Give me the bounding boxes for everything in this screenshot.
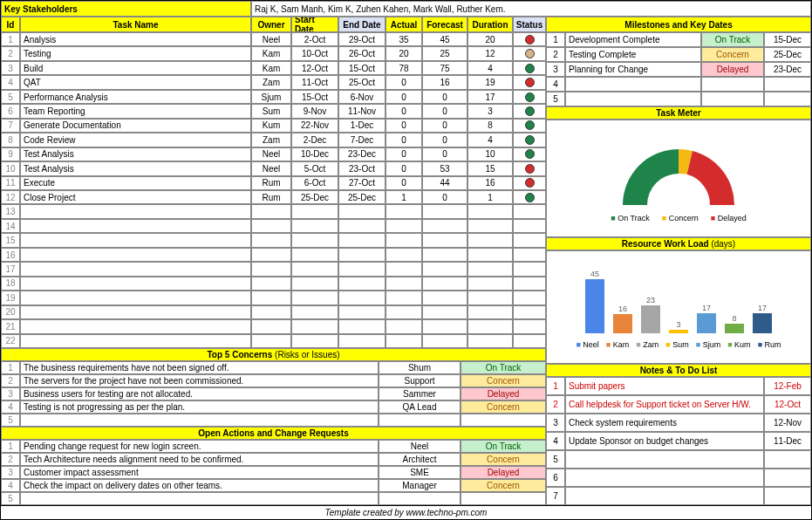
footer-credit: Template created by www.techno-pm.com xyxy=(1,505,811,519)
status-dot xyxy=(513,32,546,46)
col-end: End Date xyxy=(338,17,386,32)
task-row: 8Code ReviewZam2-Dec7-Dec004 xyxy=(1,133,546,147)
task-row: 5Performance AnalysisSjum15-Oct6-Nov0017 xyxy=(1,90,546,104)
notes-title: Notes & To Do List xyxy=(546,364,811,377)
task-row: 11ExecuteRum6-Oct27-Oct04416 xyxy=(1,176,546,190)
col-task: Task Name xyxy=(20,17,251,32)
note-row: 1Submit papers12-Feb xyxy=(546,377,811,395)
milestone-row: 2Testing CompleteConcern25-Dec xyxy=(546,47,811,62)
task-row: 10Test AnalysisNeel5-Oct23-Oct05315 xyxy=(1,161,546,175)
task-row: 6Team ReportingSum9-Nov11-Nov003 xyxy=(1,104,546,118)
concerns-title: Top 5 Concerns (Risks or Issues) xyxy=(1,348,546,361)
list-row: 5 xyxy=(1,414,546,427)
list-row: 5 xyxy=(1,492,546,505)
col-actual: Actual xyxy=(386,17,422,32)
stakeholders-label: Key Stakeholders xyxy=(1,1,251,17)
concerns-table: 1The business requirements have not been… xyxy=(1,361,546,427)
status-dot xyxy=(513,147,546,161)
workload-title: Resource Work Load (days) xyxy=(546,237,811,250)
col-start: Start Date xyxy=(291,17,338,32)
list-row: 1The business requirements have not been… xyxy=(1,361,546,374)
note-row: 3Check system requirements12-Nov xyxy=(546,414,811,432)
list-row: 1Pending change request for new login sc… xyxy=(1,440,546,453)
workload-chart: 451623317817 ■ Neel■ Kam■ Zam■ Sum■ Sjum… xyxy=(546,250,811,364)
col-status: Status xyxy=(513,17,546,32)
note-row: 4Update Sponsor on budget changes11-Dec xyxy=(546,432,811,450)
taskmeter-title: Task Meter xyxy=(546,106,811,120)
col-forecast: Forecast xyxy=(422,17,467,32)
status-dot xyxy=(513,161,546,175)
notes-table: 1Submit papers12-Feb2Call helpdesk for S… xyxy=(546,377,811,505)
status-dot xyxy=(513,190,546,204)
milestone-row: 1Development CompleteOn Track15-Dec xyxy=(546,32,811,47)
col-owner: Owner xyxy=(251,17,291,32)
note-row: 5 xyxy=(546,450,811,469)
milestone-row: 3Planning for ChangeDelayed23-Dec xyxy=(546,62,811,77)
task-row: 3BuildKam12-Oct15-Oct78754 xyxy=(1,61,546,75)
status-dot xyxy=(513,104,546,118)
list-row: 2Tech Architecture needs alignment need … xyxy=(1,453,546,466)
list-row: 3Customer impact assessmentSMEDelayed xyxy=(1,466,546,479)
task-row: 7Generate DocumentationKum22-Nov1-Dec008 xyxy=(1,119,546,133)
actions-title: Open Actions and Change Requests xyxy=(1,427,546,440)
stakeholders-value: Raj K, Sam Manh, Kim K, Zuhen Kahen, Mar… xyxy=(251,1,811,17)
milestones-table: 1Development CompleteOn Track15-Dec2Test… xyxy=(546,32,811,106)
list-row: 4Testing is not progressing as per the p… xyxy=(1,400,546,414)
milestones-title: Milestones and Key Dates xyxy=(546,17,811,32)
col-duration: Duration xyxy=(467,17,513,32)
task-table: 1AnalysisNeel2-Oct29-Oct3545202TestingKa… xyxy=(1,32,546,348)
status-dot xyxy=(513,176,546,190)
status-dot xyxy=(513,75,546,89)
status-dot xyxy=(513,90,546,104)
list-row: 4Check the impact on delivery dates on o… xyxy=(1,479,546,492)
task-row: 4QATZam11-Oct25-Oct01619 xyxy=(1,75,546,89)
status-dot xyxy=(513,46,546,60)
taskmeter-chart: ■ On Track ■ Concern ■ Delayed xyxy=(546,120,811,237)
note-row: 2Call helpdesk for Support ticket on Ser… xyxy=(546,395,811,414)
note-row: 6 xyxy=(546,469,811,487)
status-dot xyxy=(513,61,546,75)
status-dot xyxy=(513,133,546,147)
task-row: 9Test AnalysisNeel10-Dec23-Dec0010 xyxy=(1,147,546,161)
note-row: 7 xyxy=(546,487,811,505)
task-row: 12Close ProjectRum25-Dec25-Dec101 xyxy=(1,190,546,204)
list-row: 2The servers for the project have not be… xyxy=(1,374,546,387)
list-row: 3Business users for testing are not allo… xyxy=(1,387,546,400)
status-dot xyxy=(513,119,546,133)
task-row: 1AnalysisNeel2-Oct29-Oct354520 xyxy=(1,32,546,46)
task-row: 2TestingKam10-Oct26-Oct202512 xyxy=(1,46,546,60)
actions-table: 1Pending change request for new login sc… xyxy=(1,440,546,505)
col-id: Id xyxy=(1,17,20,32)
